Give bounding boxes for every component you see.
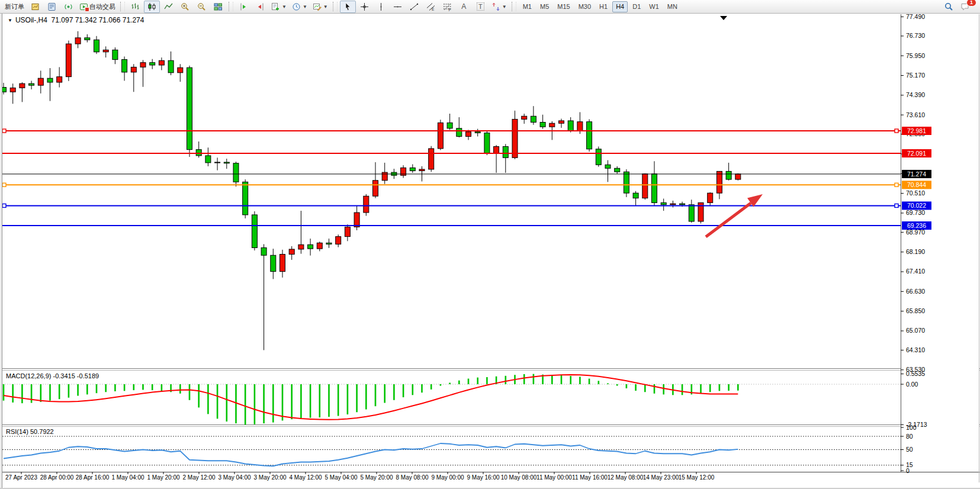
- candle: [354, 213, 359, 227]
- price-tick-label: 66.630: [906, 288, 925, 295]
- timeframe-mn[interactable]: MN: [664, 1, 681, 12]
- candle: [615, 168, 620, 172]
- toolbar-grip[interactable]: [333, 2, 338, 11]
- candle: [522, 116, 527, 119]
- candle: [150, 63, 155, 65]
- timeframe-m15[interactable]: M15: [554, 1, 573, 12]
- line-chart-mode-button[interactable]: [160, 1, 176, 13]
- tile-windows-button[interactable]: [210, 1, 226, 13]
- time-tick-label: 14 May 23:00: [643, 474, 679, 481]
- chart-shift-icon: [256, 2, 265, 11]
- cursor-tool-button[interactable]: [340, 1, 356, 13]
- annotation-arrow-shaft[interactable]: [706, 203, 751, 237]
- candle: [280, 255, 285, 272]
- signals-button[interactable]: [60, 1, 76, 13]
- timeframe-m5[interactable]: M5: [536, 1, 552, 12]
- timeframe-h1[interactable]: H1: [596, 1, 611, 12]
- candle: [20, 83, 25, 88]
- candle: [503, 147, 508, 158]
- timeframe-m1[interactable]: M1: [519, 1, 535, 12]
- line-handle[interactable]: [895, 183, 898, 186]
- price-tick-label: 75.950: [906, 52, 925, 59]
- price-level-label: 72.981: [907, 127, 926, 134]
- price-tick-label: 65.850: [906, 307, 925, 314]
- market-watch-button[interactable]: [44, 1, 60, 13]
- timeframe-w1[interactable]: W1: [645, 1, 663, 12]
- crosshair-tool-button[interactable]: [356, 1, 372, 13]
- new-chart-icon: [31, 2, 40, 11]
- rsi-name: RSI(14): [6, 428, 28, 435]
- text-tool-icon: A: [461, 2, 466, 11]
- indicators-button[interactable]: ▼: [269, 1, 289, 13]
- candle: [605, 165, 611, 168]
- auto-scroll-button[interactable]: [236, 1, 252, 13]
- time-tick-label: 9 May 16:00: [467, 474, 499, 481]
- candlestick-mode-button[interactable]: [144, 1, 160, 13]
- time-tick-label: 11 May 00:00: [536, 474, 572, 481]
- toolbar-grip[interactable]: [120, 2, 125, 11]
- arrows-tool-button[interactable]: ▼: [489, 1, 509, 13]
- notifications-button[interactable]: 1: [957, 1, 973, 13]
- zoom-in-button[interactable]: [177, 1, 193, 13]
- new-chart-button[interactable]: [27, 1, 43, 13]
- candle: [680, 204, 685, 205]
- trendline-tool-button[interactable]: [406, 1, 422, 13]
- toolbar-grip[interactable]: [512, 2, 516, 11]
- fibonacci-tool-button[interactable]: F: [439, 1, 455, 13]
- vertical-line-icon: [377, 2, 385, 11]
- price-axis-gutter: [901, 14, 979, 472]
- rsi-tick-label: 100: [906, 424, 917, 431]
- candle: [419, 169, 425, 171]
- toolbar-grip[interactable]: [229, 2, 233, 11]
- zoom-out-button[interactable]: [194, 1, 210, 13]
- chevron-down-icon: ▼: [502, 4, 507, 9]
- candle: [550, 123, 555, 127]
- search-button[interactable]: [941, 1, 957, 13]
- chart-shift-marker-icon[interactable]: [720, 16, 727, 20]
- line-handle[interactable]: [2, 129, 6, 133]
- periods-button[interactable]: ▼: [290, 1, 310, 13]
- time-tick-label: 2 May 12:00: [182, 474, 215, 481]
- line-handle[interactable]: [2, 204, 6, 207]
- horizontal-line-tool-button[interactable]: [390, 1, 406, 13]
- candle: [596, 149, 601, 165]
- candle: [531, 116, 536, 122]
- line-handle[interactable]: [895, 204, 898, 207]
- svg-text:F: F: [448, 7, 451, 11]
- candle: [735, 174, 741, 179]
- timeframe-h4[interactable]: H4: [612, 1, 628, 12]
- price-tick-label: 70.510: [906, 189, 925, 197]
- candle: [577, 122, 583, 131]
- text-label-tool-button[interactable]: T: [473, 1, 489, 13]
- line-chart-icon: [164, 2, 173, 11]
- search-icon: [944, 2, 953, 11]
- candle: [215, 162, 220, 163]
- macd-indicator-label: MACD(12,26,9) -0.3415 -0.5189: [6, 372, 99, 379]
- timeframe-d1[interactable]: D1: [629, 1, 644, 12]
- chevron-down-icon[interactable]: ▼: [8, 18, 12, 23]
- time-tick-label: 28 Apr 00:00: [40, 474, 74, 481]
- new-order-button[interactable]: 新订单: [2, 1, 27, 13]
- chart-canvas[interactable]: 77.49076.73075.95075.17074.39073.61072.8…: [0, 14, 980, 489]
- candle: [429, 149, 434, 169]
- time-tick-label: 1 May 20:00: [147, 474, 179, 481]
- templates-button[interactable]: ▼: [310, 1, 330, 13]
- price-tick-label: 65.070: [906, 327, 925, 334]
- bar-chart-mode-button[interactable]: [127, 1, 143, 13]
- chart-shift-button[interactable]: [252, 1, 268, 13]
- channel-tool-button[interactable]: E: [423, 1, 439, 13]
- candle: [345, 227, 350, 236]
- line-handle[interactable]: [2, 183, 6, 186]
- candle: [364, 196, 369, 213]
- vertical-line-tool-button[interactable]: [373, 1, 389, 13]
- timeframe-m30[interactable]: M30: [575, 1, 595, 12]
- autotrading-button[interactable]: 自动交易: [77, 1, 118, 13]
- line-handle[interactable]: [895, 129, 898, 133]
- text-label-icon: T: [477, 2, 484, 11]
- fibonacci-icon: F: [443, 2, 452, 11]
- macd-tick-label: 0.5535: [906, 370, 925, 377]
- cursor-icon: [343, 2, 352, 11]
- candle: [410, 168, 415, 170]
- text-tool-button[interactable]: A: [456, 1, 472, 13]
- equidistant-channel-icon: E: [426, 2, 435, 11]
